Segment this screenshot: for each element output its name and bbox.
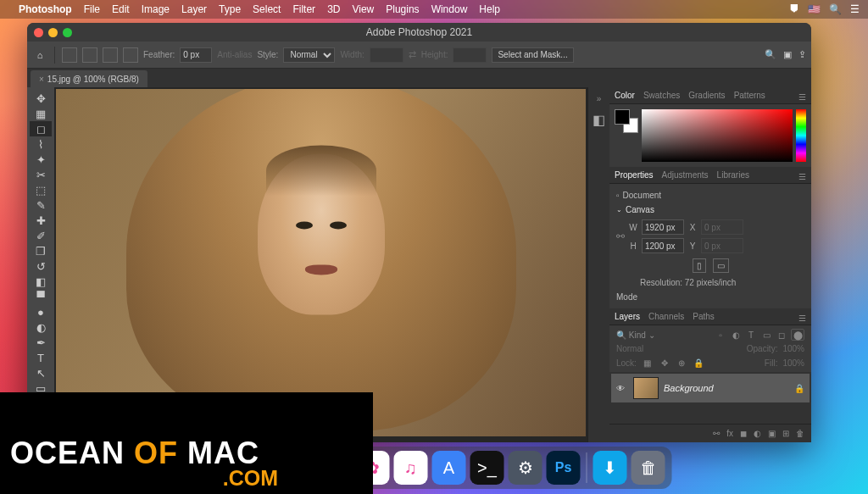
orientation-landscape-icon[interactable]: ▭ xyxy=(713,258,729,273)
tab-layers[interactable]: Layers xyxy=(615,312,640,325)
tab-adjustments[interactable]: Adjustments xyxy=(662,170,709,183)
menu-select[interactable]: Select xyxy=(253,3,281,15)
layer-fx-icon[interactable]: fx xyxy=(726,429,733,438)
layer-mask-icon[interactable]: ◼ xyxy=(740,429,747,438)
menu-edit[interactable]: Edit xyxy=(112,3,130,15)
dock-downloads[interactable]: ⬇ xyxy=(593,451,627,485)
filter-type-icon[interactable]: T xyxy=(745,329,757,341)
menu-3d[interactable]: 3D xyxy=(327,3,340,15)
marquee-tool[interactable]: ◻ xyxy=(30,121,52,136)
expand-panels-icon[interactable]: » xyxy=(593,91,605,107)
hue-slider[interactable] xyxy=(796,109,806,162)
zoom-button[interactable] xyxy=(63,28,72,37)
tab-libraries[interactable]: Libraries xyxy=(717,170,749,183)
document-tab[interactable]: × 15.jpg @ 100% (RGB/8) xyxy=(31,70,147,87)
crop-tool[interactable]: ✂ xyxy=(30,167,52,182)
window-titlebar[interactable]: Adobe Photoshop 2021 xyxy=(27,23,811,42)
filter-shape-icon[interactable]: ▭ xyxy=(760,329,772,341)
dock-photoshop[interactable]: Ps xyxy=(547,451,581,485)
workspace-icon[interactable]: ▣ xyxy=(783,49,792,60)
eraser-tool[interactable]: ◧ xyxy=(30,275,52,290)
tab-swatches[interactable]: Swatches xyxy=(643,91,680,103)
brush-tool[interactable]: ✐ xyxy=(30,228,52,243)
app-name[interactable]: Photoshop xyxy=(19,3,72,15)
style-select[interactable]: Normal xyxy=(283,47,335,63)
fg-color-swatch[interactable] xyxy=(615,109,630,125)
delete-layer-icon[interactable]: 🗑 xyxy=(796,429,804,438)
layer-name-label[interactable]: Background xyxy=(664,383,789,393)
selection-add-icon[interactable] xyxy=(82,47,97,63)
layer-lock-icon[interactable]: 🔒 xyxy=(794,384,804,393)
menu-plugins[interactable]: Plugins xyxy=(386,3,419,15)
filter-toggle[interactable]: ⬤ xyxy=(791,329,804,341)
orientation-portrait-icon[interactable]: ▯ xyxy=(693,258,706,273)
menu-file[interactable]: File xyxy=(84,3,100,15)
dodge-tool[interactable]: ◐ xyxy=(30,320,52,336)
selection-intersect-icon[interactable] xyxy=(123,47,138,63)
history-brush-tool[interactable]: ↺ xyxy=(30,259,52,275)
link-layers-icon[interactable]: ⚯ xyxy=(713,429,720,438)
filter-pixel-icon[interactable]: ▫ xyxy=(715,329,726,341)
menu-filter[interactable]: Filter xyxy=(292,3,315,15)
blur-tool[interactable]: ● xyxy=(30,305,52,320)
status-search-icon[interactable]: 🔍 xyxy=(829,3,842,15)
feather-input[interactable] xyxy=(180,47,212,63)
minimize-button[interactable] xyxy=(48,28,58,37)
filter-adjust-icon[interactable]: ◐ xyxy=(730,329,742,341)
tab-color[interactable]: Color xyxy=(615,91,635,103)
home-icon[interactable]: ⌂ xyxy=(32,47,47,63)
selection-new-icon[interactable] xyxy=(62,47,77,63)
kind-filter-label[interactable]: 🔍 Kind ⌄ xyxy=(616,330,655,340)
tab-gradients[interactable]: Gradients xyxy=(688,91,725,103)
search-icon[interactable]: 🔍 xyxy=(765,49,776,60)
color-panel-menu-icon[interactable]: ☰ xyxy=(798,92,806,102)
menu-view[interactable]: View xyxy=(352,3,374,15)
lasso-tool[interactable]: ⌇ xyxy=(30,136,52,152)
canvas-section-caret[interactable]: ⌄ xyxy=(616,206,622,214)
properties-panel-menu-icon[interactable]: ☰ xyxy=(798,172,806,181)
tab-channels[interactable]: Channels xyxy=(648,312,684,325)
layer-row[interactable]: 👁 Background 🔒 xyxy=(611,374,810,402)
canvas-area[interactable] xyxy=(54,87,587,442)
lock-artboard-icon[interactable]: ⊕ xyxy=(676,357,687,369)
lock-all-icon[interactable]: 🔒 xyxy=(693,357,704,369)
selection-subtract-icon[interactable] xyxy=(103,47,118,63)
lock-pixels-icon[interactable]: ▦ xyxy=(642,357,654,369)
menu-type[interactable]: Type xyxy=(219,3,241,15)
type-tool[interactable]: T xyxy=(30,351,52,366)
new-layer-icon[interactable]: ⊞ xyxy=(782,429,789,438)
path-tool[interactable]: ↖ xyxy=(30,366,52,381)
layer-thumbnail[interactable] xyxy=(633,377,659,399)
status-shield-icon[interactable]: ⛊ xyxy=(789,3,799,15)
artboard-tool[interactable]: ▦ xyxy=(30,106,52,121)
canvas-image[interactable] xyxy=(56,89,586,436)
adjustment-layer-icon[interactable]: ◐ xyxy=(754,429,761,438)
gradient-tool[interactable]: ▀ xyxy=(30,290,52,305)
menu-layer[interactable]: Layer xyxy=(181,3,207,15)
quick-select-tool[interactable]: ✦ xyxy=(30,152,52,167)
menu-window[interactable]: Window xyxy=(431,3,468,15)
canvas-height-input[interactable] xyxy=(642,238,684,253)
lock-position-icon[interactable]: ✥ xyxy=(659,357,670,369)
tab-close-icon[interactable]: × xyxy=(39,75,44,84)
dock-settings[interactable]: ⚙ xyxy=(509,451,542,485)
collapsed-panel-icon[interactable]: ◧ xyxy=(593,107,605,133)
frame-tool[interactable]: ⬚ xyxy=(30,182,52,197)
dock-terminal[interactable]: >_ xyxy=(470,451,504,485)
menu-help[interactable]: Help xyxy=(479,3,500,15)
color-field[interactable] xyxy=(642,109,793,162)
dock-appstore[interactable]: A xyxy=(432,451,466,485)
tab-patterns[interactable]: Patterns xyxy=(734,91,765,103)
layers-panel-menu-icon[interactable]: ☰ xyxy=(798,314,806,323)
group-icon[interactable]: ▣ xyxy=(768,429,776,438)
fg-bg-swatch[interactable] xyxy=(615,109,638,133)
healing-tool[interactable]: ✚ xyxy=(30,213,52,228)
status-flag[interactable]: 🇺🇸 xyxy=(808,3,821,15)
select-and-mask-button[interactable]: Select and Mask... xyxy=(492,47,573,63)
share-icon[interactable]: ⇪ xyxy=(798,49,806,60)
status-control-center-icon[interactable]: ☰ xyxy=(850,3,860,15)
link-wh-icon[interactable]: ⚯ xyxy=(616,230,625,242)
dock-trash[interactable]: 🗑 xyxy=(632,451,665,485)
filter-smart-icon[interactable]: ◻ xyxy=(776,329,787,341)
close-button[interactable] xyxy=(34,28,43,37)
